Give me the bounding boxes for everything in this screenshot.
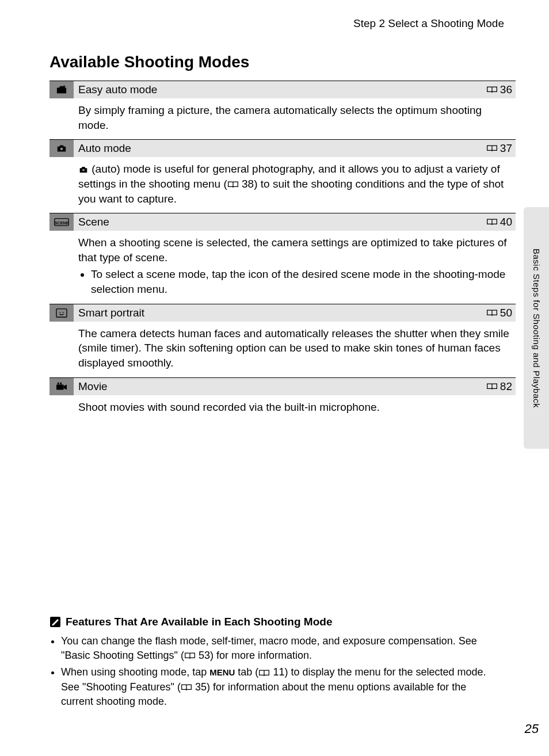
smart-portrait-icon [49, 304, 74, 322]
menu-tab-text: MENU [209, 667, 235, 677]
mode-row-easy-auto: Easy auto mode 36 [49, 81, 516, 98]
shooting-modes-table: Easy auto mode 36 By simply framing a pi… [49, 81, 516, 421]
mode-description: The camera detects human faces and autom… [49, 322, 516, 377]
mode-label: Scene [78, 216, 486, 228]
features-section: Features That Are Available in Each Shoo… [49, 616, 500, 711]
page-reference: 50 [486, 307, 512, 319]
page-reference: 82 [486, 380, 512, 393]
mode-row-scene: Scene 40 [49, 213, 516, 231]
note-icon [49, 616, 61, 628]
side-tab-label: Basic Steps for Shooting and Playback [532, 249, 542, 408]
book-icon [258, 669, 270, 677]
section-title: Available Shooting Modes [49, 53, 516, 71]
mode-row-auto: Auto mode 37 [49, 139, 516, 157]
page-number-ref: 36 [500, 83, 512, 96]
book-icon [486, 144, 498, 152]
book-icon [486, 309, 498, 317]
book-icon [486, 86, 498, 94]
mode-label: Smart portrait [78, 307, 486, 319]
step-header: Step 2 Select a Shooting Mode [49, 17, 516, 30]
page-number-ref: 82 [500, 380, 512, 393]
page-number-ref: 37 [500, 142, 512, 155]
camera-inline-icon [78, 166, 89, 174]
side-tab: Basic Steps for Shooting and Playback [524, 207, 549, 449]
features-heading: Features That Are Available in Each Shoo… [49, 616, 500, 628]
book-icon [486, 218, 498, 226]
page-number-ref: 50 [500, 307, 512, 319]
mode-label: Auto mode [78, 142, 486, 155]
page-reference: 37 [486, 142, 512, 155]
mode-description: (auto) mode is useful for general photog… [49, 157, 516, 213]
scene-icon [49, 213, 74, 231]
mode-description: When a shooting scene is selected, the c… [49, 231, 516, 304]
book-icon [227, 181, 239, 189]
auto-icon [49, 140, 74, 157]
book-icon [184, 652, 196, 660]
book-icon [181, 684, 192, 692]
page-reference: 36 [486, 83, 512, 96]
mode-row-smart-portrait: Smart portrait 50 [49, 304, 516, 322]
mode-row-movie: Movie 82 [49, 377, 516, 395]
feature-item: When using shooting mode, tap MENU tab (… [61, 665, 500, 709]
page-number-ref: 40 [500, 216, 512, 228]
movie-icon [49, 378, 74, 395]
mode-label: Movie [78, 380, 486, 393]
mode-description: By simply framing a picture, the camera … [49, 98, 516, 139]
mode-label: Easy auto mode [78, 83, 486, 96]
mode-bullet: To select a scene mode, tap the icon of … [91, 267, 512, 296]
page-reference: 40 [486, 216, 512, 228]
page-number: 25 [525, 721, 539, 736]
feature-item: You can change the flash mode, self-time… [61, 634, 500, 663]
mode-description: Shoot movies with sound recorded via the… [49, 395, 516, 422]
easy-auto-icon [49, 81, 74, 98]
book-icon [486, 383, 498, 391]
